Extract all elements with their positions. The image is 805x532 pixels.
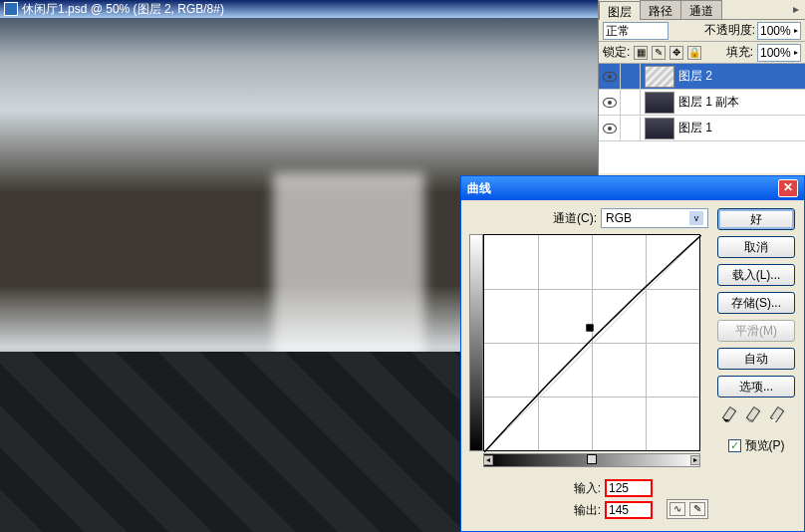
eye-icon <box>603 124 617 133</box>
opacity-input[interactable]: 100%▸ <box>757 22 801 40</box>
blend-mode-select[interactable]: 正常 <box>603 22 669 40</box>
blend-opacity-row: 正常 不透明度: 100%▸ <box>599 20 805 42</box>
layer-thumbnail[interactable] <box>645 66 674 88</box>
layer-name[interactable]: 图层 2 <box>678 68 712 85</box>
output-gradient <box>469 234 483 451</box>
preview-label: 预览(P) <box>745 437 785 454</box>
load-button[interactable]: 载入(L)... <box>717 264 795 286</box>
document-titlebar: 休闲厅1.psd @ 50% (图层 2, RGB/8#) <box>0 0 606 18</box>
curve-tool-switch[interactable]: ∿ ✎ <box>667 499 708 519</box>
visibility-toggle[interactable] <box>599 90 621 116</box>
visibility-toggle[interactable] <box>599 64 621 90</box>
link-toggle[interactable] <box>621 90 641 116</box>
tab-layers[interactable]: 图层 <box>599 1 641 20</box>
curve-tool-icon[interactable]: ∿ <box>670 502 685 516</box>
curves-dialog: 曲线 ✕ 通道(C): RGBv <box>460 175 805 532</box>
panel-menu-icon[interactable]: ▸ <box>787 0 805 19</box>
curve-line <box>484 235 701 452</box>
layer-name[interactable]: 图层 1 <box>678 120 712 136</box>
gray-point-eyedropper-icon[interactable] <box>747 407 765 425</box>
curve-graph[interactable] <box>483 234 700 451</box>
arrow-left-icon[interactable]: ◂ <box>483 455 493 465</box>
auto-button[interactable]: 自动 <box>717 348 795 370</box>
tab-channels[interactable]: 通道 <box>680 0 722 19</box>
lock-transparency-icon[interactable]: ▦ <box>634 46 648 60</box>
lock-image-icon[interactable]: ✎ <box>652 46 666 60</box>
fill-label: 填充: <box>726 44 753 61</box>
black-point-eyedropper-icon[interactable] <box>723 407 741 425</box>
chevron-down-icon[interactable]: ▸ <box>794 48 798 57</box>
layer-thumbnail[interactable] <box>645 92 674 114</box>
layers-list: 图层 2 图层 1 副本 图层 1 <box>599 64 805 173</box>
opacity-label: 不透明度: <box>704 22 755 39</box>
link-toggle[interactable] <box>621 116 641 141</box>
smooth-button: 平滑(M) <box>717 320 795 342</box>
layer-row[interactable]: 图层 1 <box>599 116 805 141</box>
file-icon <box>4 2 18 16</box>
eyedropper-row <box>723 407 789 425</box>
visibility-toggle[interactable] <box>599 116 621 141</box>
ok-button[interactable]: 好 <box>717 208 795 230</box>
input-value-field[interactable] <box>605 479 653 497</box>
lock-position-icon[interactable]: ✥ <box>670 46 683 60</box>
save-button[interactable]: 存储(S)... <box>717 292 795 314</box>
fill-input[interactable]: 100%▸ <box>757 44 801 62</box>
eye-icon <box>603 72 617 82</box>
layer-thumbnail[interactable] <box>645 118 674 139</box>
gradient-slider[interactable] <box>587 454 597 464</box>
channel-label: 通道(C): <box>553 210 597 227</box>
options-button[interactable]: 选项... <box>717 376 795 398</box>
dialog-titlebar[interactable]: 曲线 ✕ <box>461 176 804 200</box>
document-title: 休闲厅1.psd @ 50% (图层 2, RGB/8#) <box>22 1 224 18</box>
lock-all-icon[interactable]: 🔒 <box>687 46 701 60</box>
lock-row: 锁定: ▦ ✎ ✥ 🔒 填充: 100%▸ <box>599 42 805 64</box>
input-gradient[interactable]: ◂ ▸ <box>483 453 700 467</box>
dialog-title: 曲线 <box>467 180 491 197</box>
preview-checkbox[interactable]: ✓ <box>728 439 741 452</box>
white-point-eyedropper-icon[interactable] <box>771 407 789 425</box>
cancel-button[interactable]: 取消 <box>717 236 795 258</box>
link-toggle[interactable] <box>621 64 641 90</box>
layer-row[interactable]: 图层 1 副本 <box>599 90 805 116</box>
output-label: 输出: <box>574 502 601 519</box>
eye-icon <box>603 98 617 108</box>
panel-tabs: 图层 路径 通道 ▸ <box>599 0 805 20</box>
curve-point[interactable] <box>586 325 593 332</box>
chevron-down-icon[interactable]: v <box>689 211 703 225</box>
tab-paths[interactable]: 路径 <box>640 0 681 19</box>
arrow-right-icon[interactable]: ▸ <box>690 455 700 465</box>
layer-name[interactable]: 图层 1 副本 <box>678 94 739 111</box>
layers-panel: 图层 路径 通道 ▸ 正常 不透明度: 100%▸ 锁定: ▦ ✎ ✥ 🔒 填充… <box>598 0 805 179</box>
pencil-tool-icon[interactable]: ✎ <box>689 502 705 516</box>
chevron-down-icon[interactable]: ▸ <box>794 26 798 35</box>
channel-select[interactable]: RGBv <box>601 208 708 228</box>
lock-label: 锁定: <box>603 44 630 61</box>
output-value-field[interactable] <box>605 501 653 519</box>
input-label: 输入: <box>574 480 601 497</box>
close-button[interactable]: ✕ <box>778 179 798 197</box>
svg-line-0 <box>484 235 701 452</box>
layer-row[interactable]: 图层 2 <box>599 64 805 90</box>
